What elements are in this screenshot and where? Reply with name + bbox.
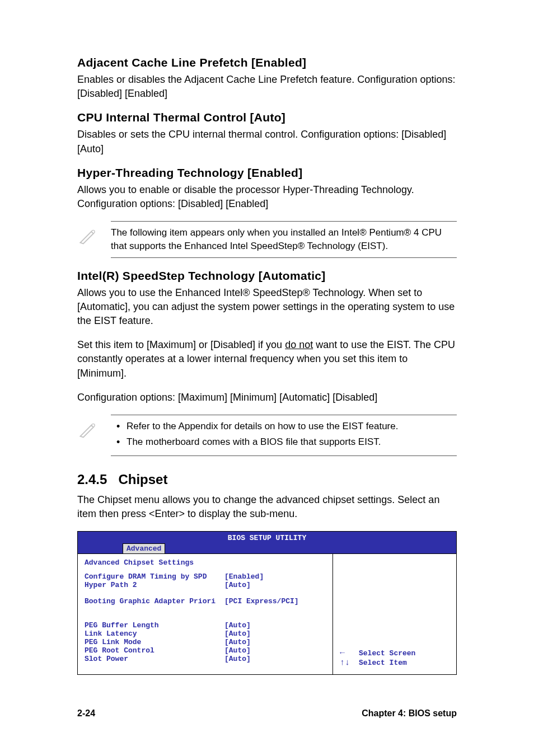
text-cpu-thermal: Disables or sets the CPU internal therma… [77,128,457,156]
bios-row-slotpower: Slot Power [Auto] [85,655,326,663]
hint-item-text: Select Item [359,659,407,667]
label-hyperpath: Hyper Path 2 [85,581,224,589]
note-block-eist-condition: The following item appears only when you… [77,221,457,258]
note2-bullet2: The motherboard comes with a BIOS file t… [111,435,457,449]
chipset-title: Chipset [118,472,167,487]
value-hyperpath: [Auto] [224,581,326,589]
heading-speedstep: Intel(R) SpeedStep Technology [Automatic… [77,269,457,283]
bios-row-linklatency: Link Latency [Auto] [85,630,326,638]
note-block-eist-refs: Refer to the Appendix for details on how… [77,415,457,456]
value-pegbuffer: [Auto] [224,621,326,630]
value-peglink: [Auto] [224,638,326,646]
value-dram: [Enabled] [224,572,326,581]
heading-hyper-threading: Hyper-Threading Technology [Enabled] [77,166,457,180]
bios-row-pegbuffer: PEG Buffer Length [Auto] [85,621,326,630]
bios-section-title: Advanced Chipset Settings [85,558,326,567]
bios-row-hyperpath: Hyper Path 2 [Auto] [85,581,326,589]
heading-chipset: 2.4.5Chipset [77,472,457,487]
p2-underline: do not [285,339,313,350]
text-chipset: The Chipset menu allows you to change th… [77,493,457,521]
bios-tab-advanced: Advanced [123,543,165,553]
bios-hint-screen: ← Select Screen [340,649,449,658]
pen-icon [77,415,111,442]
value-slotpower: [Auto] [224,655,326,663]
bios-row-peglink: PEG Link Mode [Auto] [85,638,326,646]
value-booting: [PCI Express/PCI] [224,597,326,605]
label-pegroot: PEG Root Control [85,646,224,655]
text-speedstep-p3: Configuration options: [Maximum] [Minimu… [77,391,457,405]
value-linklatency: [Auto] [224,630,326,638]
label-linklatency: Link Latency [85,630,224,638]
value-pegroot: [Auto] [224,646,326,655]
note-content: Refer to the Appendix for details on how… [111,415,457,456]
arrow-left-icon: ← [340,649,351,658]
bios-right-panel: ← Select Screen ↑↓ Select Item [333,554,456,674]
label-peglink: PEG Link Mode [85,638,224,646]
label-pegbuffer: PEG Buffer Length [85,621,224,630]
text-speedstep-p2: Set this item to [Maximum] or [Disabled]… [77,338,457,381]
bios-title: BIOS SETUP UTILITY [78,533,456,543]
pen-icon [77,221,111,248]
page-footer: 2-24 Chapter 4: BIOS setup [77,708,457,719]
bios-body: Advanced Chipset Settings Configure DRAM… [78,553,456,674]
note2-bullet1: Refer to the Appendix for details on how… [111,420,457,433]
bios-row-pegroot: PEG Root Control [Auto] [85,646,326,655]
bios-hint-item: ↑↓ Select Item [340,658,449,668]
note-content: The following item appears only when you… [111,221,457,258]
bios-header: BIOS SETUP UTILITY Advanced [78,532,456,553]
bios-screenshot: BIOS SETUP UTILITY Advanced Advanced Chi… [77,531,457,675]
bios-left-panel: Advanced Chipset Settings Configure DRAM… [78,554,333,674]
page-number: 2-24 [77,708,95,719]
chapter-label: Chapter 4: BIOS setup [362,708,457,719]
label-booting: Booting Graphic Adapter Priori [85,597,224,605]
text-speedstep-p1: Allows you to use the Enhanced Intel® Sp… [77,286,457,328]
label-slotpower: Slot Power [85,655,224,663]
text-adj-cache: Enables or disables the Adjacent Cache L… [77,73,457,101]
heading-cpu-thermal: CPU Internal Thermal Control [Auto] [77,111,457,124]
hint-screen-text: Select Screen [359,649,415,658]
p2-pre: Set this item to [Maximum] or [Disabled]… [77,339,285,350]
text-hyper-threading: Allows you to enable or disable the proc… [77,183,457,211]
chipset-num: 2.4.5 [77,472,107,487]
heading-adj-cache: Adjacent Cache Line Prefetch [Enabled] [77,56,457,69]
bios-row-booting: Booting Graphic Adapter Priori [PCI Expr… [85,597,326,605]
label-dram: Configure DRAM Timing by SPD [85,572,224,581]
bios-row-dram: Configure DRAM Timing by SPD [Enabled] [85,572,326,581]
arrow-updown-icon: ↑↓ [340,658,351,668]
